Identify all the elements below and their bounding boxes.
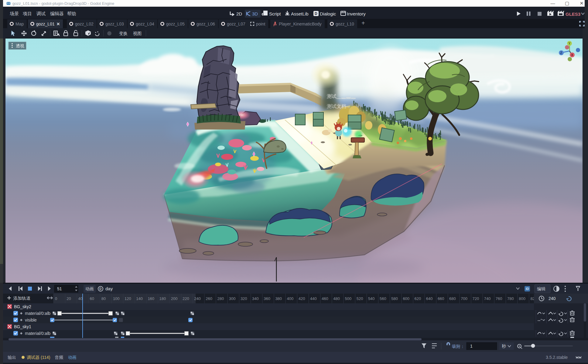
svg-text:380: 380: [275, 296, 282, 301]
svg-text:680: 680: [449, 296, 456, 301]
svg-text:Y: Y: [569, 42, 571, 45]
svg-text:60: 60: [90, 296, 94, 301]
svg-text:640: 640: [426, 296, 433, 301]
svg-text:620: 620: [415, 296, 421, 301]
svg-text:音频: 音频: [55, 355, 63, 360]
svg-text:Dialogic: Dialogic: [320, 11, 336, 16]
svg-text:GLES3: GLES3: [566, 12, 580, 17]
svg-text:D: D: [99, 287, 101, 291]
svg-text:day: day: [105, 286, 113, 291]
svg-text:透视: 透视: [16, 43, 24, 48]
svg-text:580: 580: [391, 296, 398, 301]
svg-text:260: 260: [206, 296, 212, 301]
svg-text:编辑: 编辑: [537, 286, 545, 291]
svg-text:动画: 动画: [85, 286, 94, 291]
svg-text:480: 480: [333, 296, 340, 301]
svg-text:560: 560: [380, 296, 386, 301]
svg-text:0: 0: [55, 296, 57, 301]
svg-text:100: 100: [113, 296, 120, 301]
svg-text:240: 240: [549, 296, 556, 301]
svg-text:280: 280: [217, 296, 224, 301]
svg-text:780: 780: [507, 296, 514, 301]
svg-text:51: 51: [57, 286, 62, 291]
svg-text:D: D: [315, 12, 317, 16]
svg-text:2D: 2D: [236, 11, 242, 16]
svg-text:material/0:alb: material/0:alb: [25, 311, 50, 316]
svg-text:740: 740: [484, 296, 491, 301]
svg-text:BG_sky1: BG_sky1: [14, 324, 31, 329]
svg-text:440: 440: [310, 296, 317, 301]
svg-text:220: 220: [183, 296, 189, 301]
svg-text:400: 400: [287, 296, 294, 301]
svg-text:调试器 (114): 调试器 (114): [27, 355, 50, 360]
svg-text:160: 160: [148, 296, 154, 301]
svg-text:Script: Script: [269, 11, 281, 16]
svg-text:吸附：: 吸附：: [452, 344, 465, 349]
svg-text:3.5.2.stable: 3.5.2.stable: [546, 355, 568, 360]
svg-text:320: 320: [241, 296, 247, 301]
svg-text:460: 460: [322, 296, 328, 301]
svg-text:720: 720: [473, 296, 479, 301]
svg-text:540: 540: [368, 296, 375, 301]
svg-text:material/0:alb: material/0:alb: [25, 331, 50, 336]
svg-text:340: 340: [252, 296, 259, 301]
svg-text:测试▁▂▃▂: 测试▁▂▃▂: [327, 94, 356, 99]
svg-text:600: 600: [403, 296, 409, 301]
svg-text:测试文档: 测试文档: [327, 104, 346, 109]
svg-text:动画: 动画: [68, 355, 77, 360]
svg-text:20: 20: [67, 296, 71, 301]
svg-text:760: 760: [496, 296, 502, 301]
svg-text:800: 800: [519, 296, 525, 301]
svg-text:700: 700: [461, 296, 467, 301]
svg-text:visible: visible: [25, 318, 37, 322]
svg-text:240: 240: [194, 296, 201, 301]
svg-text:ID: ID: [526, 287, 529, 291]
svg-text:X: X: [571, 53, 573, 57]
svg-text:520: 520: [357, 296, 363, 301]
svg-text:BG_sky2: BG_sky2: [14, 304, 31, 309]
svg-text:420: 420: [299, 296, 305, 301]
svg-text:1: 1: [470, 344, 473, 349]
svg-text:660: 660: [438, 296, 444, 301]
svg-text:40: 40: [78, 296, 82, 301]
svg-text:秒: 秒: [502, 344, 506, 349]
svg-text:360: 360: [264, 296, 270, 301]
svg-text:添加轨道: 添加轨道: [13, 296, 30, 301]
svg-text:AssetLib: AssetLib: [291, 11, 309, 16]
svg-text:输出: 输出: [8, 355, 16, 360]
svg-text:140: 140: [136, 296, 143, 301]
svg-text:180: 180: [159, 296, 166, 301]
svg-text:200: 200: [171, 296, 178, 301]
svg-text:300: 300: [229, 296, 236, 301]
svg-text:3D: 3D: [252, 11, 258, 16]
svg-text:Inventory: Inventory: [347, 11, 366, 16]
svg-text:120: 120: [125, 296, 131, 301]
svg-text:500: 500: [345, 296, 352, 301]
svg-text:Z: Z: [560, 51, 562, 55]
svg-text:80: 80: [101, 296, 106, 301]
